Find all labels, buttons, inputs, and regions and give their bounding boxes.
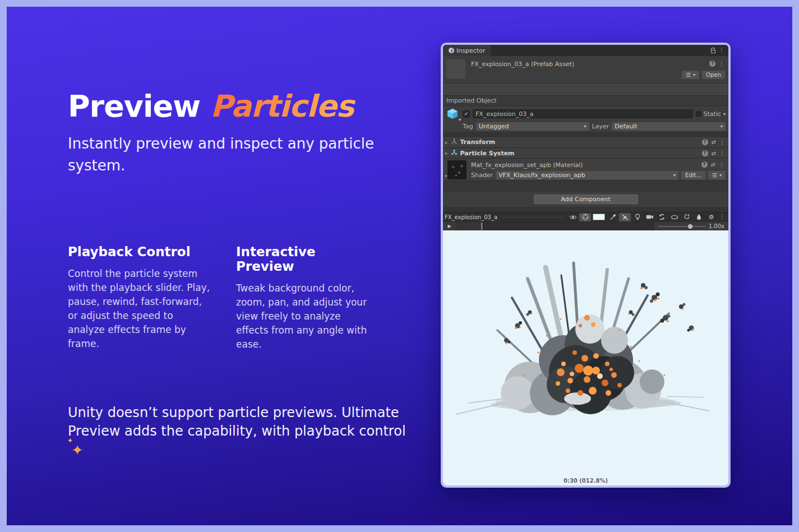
- component-particle-system[interactable]: ▸ Particle System ? ⇄ ⋮: [443, 147, 728, 158]
- feature-playback-control: Playback Control Control the particle sy…: [68, 244, 213, 351]
- transform-axis-icon: [451, 138, 458, 146]
- help-icon[interactable]: ?: [701, 161, 708, 168]
- playhead-marker[interactable]: [482, 223, 482, 230]
- preview-toolbar: FX_explosion_03_a ⚙ ⋮: [443, 212, 728, 221]
- page-subtitle: Instantly preview and inspect any partic…: [68, 133, 393, 177]
- static-dropdown-icon[interactable]: ▾: [723, 112, 726, 117]
- add-component-button[interactable]: Add Component: [534, 195, 638, 204]
- particles-drop-icon[interactable]: [693, 213, 705, 221]
- chevron-down-icon: ▾: [693, 72, 695, 77]
- material-thumbnail: [447, 160, 467, 179]
- help-icon[interactable]: ?: [702, 150, 708, 156]
- chevron-down-icon: ▾: [584, 124, 586, 129]
- orbit-icon[interactable]: [668, 213, 680, 221]
- inspector-info-icon: i: [449, 48, 454, 53]
- imported-object-label: Imported Object: [443, 96, 728, 106]
- feature-body: Tweak background color, zoom, pan, and a…: [236, 281, 372, 351]
- page-title: Preview Particles: [68, 90, 404, 123]
- preview-menu-kebab-icon[interactable]: ⋮: [718, 214, 727, 220]
- shader-list-dropdown-button[interactable]: ☰ ▾: [708, 171, 726, 179]
- header-spacer: [443, 84, 728, 96]
- static-label: Static: [704, 110, 721, 118]
- tab-inspector[interactable]: i Inspector: [443, 45, 491, 56]
- rotate-icon[interactable]: [681, 213, 692, 221]
- component-name: Particle System: [460, 150, 515, 157]
- help-icon[interactable]: ?: [709, 61, 715, 67]
- playback-timeline[interactable]: [481, 222, 654, 230]
- preset-icon[interactable]: ⇄: [712, 150, 716, 156]
- speed-label: 1.00x: [709, 223, 724, 229]
- component-menu-kebab-icon[interactable]: ⋮: [719, 140, 725, 145]
- material-menu-kebab-icon[interactable]: ⋮: [719, 162, 724, 168]
- speed-slider-thumb[interactable]: [688, 224, 692, 229]
- camera-icon[interactable]: [644, 213, 655, 221]
- preset-icon[interactable]: ⇄: [711, 161, 715, 168]
- footnote-text: Unity doesn’t support particle previews.…: [68, 404, 415, 461]
- tag-dropdown[interactable]: Untagged ▾: [476, 122, 589, 131]
- asset-title: FX_explosion_03_a (Prefab Asset): [471, 61, 574, 68]
- preset-icon[interactable]: ⇄: [712, 139, 716, 145]
- open-button[interactable]: Open: [702, 71, 725, 79]
- divider: [443, 207, 728, 212]
- chevron-down-icon: ▾: [721, 124, 723, 129]
- help-icon[interactable]: ?: [702, 139, 708, 145]
- page-title-main: Preview: [68, 89, 200, 124]
- asset-list-dropdown-button[interactable]: ☰ ▾: [682, 71, 699, 79]
- sparkles-icon: ✦✦: [71, 441, 84, 461]
- object-name-field[interactable]: FX_explosion_03_a: [473, 109, 693, 118]
- landing-page: Preview Particles Instantly preview and …: [0, 0, 799, 532]
- play-button[interactable]: ▶: [443, 222, 456, 230]
- burger-icon: ☰: [712, 172, 717, 178]
- feature-title: Interactive Preview: [236, 244, 372, 274]
- asset-menu-kebab-icon[interactable]: ⋮: [719, 61, 724, 67]
- preview-object-label: FX_explosion_03_a: [445, 214, 500, 220]
- divider: [502, 217, 564, 218]
- shader-dropdown[interactable]: VFX_Klaus/fx_explosion_apb ▾: [496, 171, 678, 179]
- visibility-eye-icon[interactable]: [567, 213, 579, 221]
- component-transform[interactable]: ▸ Transform ? ⇄ ⋮: [443, 136, 728, 147]
- particle-system-icon: [451, 149, 458, 158]
- chevron-down-icon: ▾: [719, 173, 722, 178]
- particle-preview-viewport[interactable]: 0:30 (012.8%): [443, 230, 728, 485]
- time-readout: 0:30 (012.8%): [443, 478, 728, 484]
- feature-columns: Playback Control Control the particle sy…: [68, 244, 372, 351]
- chevron-down-icon: ▾: [673, 173, 676, 178]
- timeline-lead-segment[interactable]: [456, 222, 481, 230]
- shader-edit-button[interactable]: Edit...: [681, 171, 705, 179]
- add-component-zone: Add Component: [443, 191, 728, 207]
- static-checkbox[interactable]: [696, 111, 701, 117]
- component-menu-kebab-icon[interactable]: ⋮: [719, 150, 725, 156]
- game-object-header: ▾ ✓ FX_explosion_03_a Static ▾ Tag Untag…: [443, 106, 728, 132]
- material-section: Mat_fx_explosion_set_apb (Material) ? ⇄ …: [443, 158, 728, 181]
- feature-title: Playback Control: [68, 244, 213, 259]
- gameobject-cube-icon: ▾: [445, 108, 460, 120]
- speed-slider[interactable]: [658, 226, 706, 227]
- background-color-swatch[interactable]: [592, 213, 606, 221]
- playback-controls: ▶ 1.00x: [443, 221, 728, 230]
- burger-icon: ☰: [686, 72, 691, 78]
- skybox-sphere-icon[interactable]: [579, 213, 591, 221]
- material-foldout-icon[interactable]: ▸: [445, 173, 448, 178]
- settings-gear-icon[interactable]: ⚙: [705, 213, 717, 221]
- inspector-tab-bar: i Inspector ⋮: [443, 45, 728, 56]
- tab-label: Inspector: [456, 47, 485, 54]
- feature-interactive-preview: Interactive Preview Tweak background col…: [236, 244, 372, 351]
- layer-label: Layer: [592, 123, 609, 130]
- chevron-down-icon: ▾: [459, 117, 461, 122]
- foldout-icon[interactable]: ▸: [445, 140, 448, 145]
- reset-rotation-icon[interactable]: [656, 213, 668, 221]
- layer-dropdown[interactable]: Default ▾: [612, 122, 726, 131]
- brush-off-icon[interactable]: [619, 213, 631, 221]
- tag-label: Tag: [463, 123, 473, 130]
- eyedropper-icon[interactable]: [607, 213, 618, 221]
- light-toggle-icon[interactable]: [631, 213, 643, 221]
- page-title-accent: Particles: [210, 89, 358, 124]
- tab-menu-kebab-icon[interactable]: ⋮: [719, 48, 724, 53]
- asset-header: FX_explosion_03_a (Prefab Asset) ? ⋮ ☰ ▾…: [443, 56, 728, 84]
- foldout-icon[interactable]: ▸: [445, 150, 448, 156]
- material-title: Mat_fx_explosion_set_apb (Material): [471, 161, 583, 169]
- active-checkbox[interactable]: ✓: [463, 110, 470, 118]
- lock-icon[interactable]: [711, 50, 715, 53]
- hero-section: Preview Particles Instantly preview and …: [68, 90, 404, 177]
- feature-body: Control the particle system with the pla…: [68, 267, 213, 351]
